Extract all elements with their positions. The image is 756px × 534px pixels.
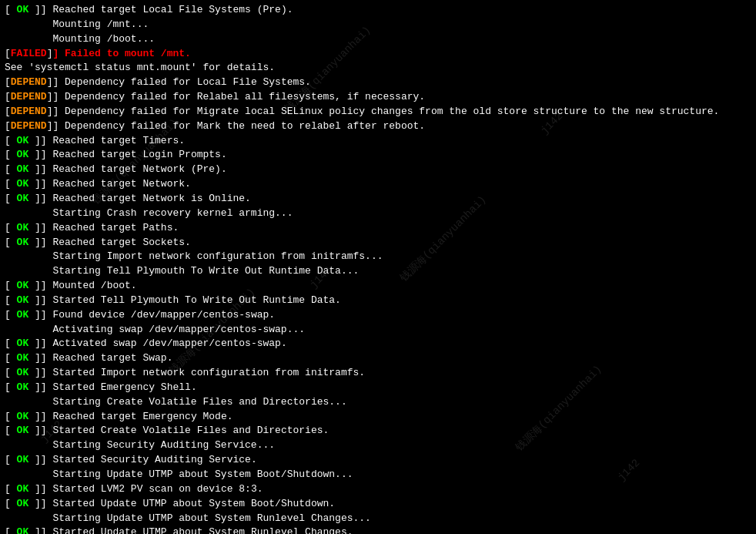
- bracket-close: ]: [35, 163, 41, 175]
- depend-status: DEPEND: [11, 91, 47, 102]
- line-text: Starting Update UTMP about System Runlev…: [5, 512, 371, 524]
- terminal-line: [ OK ]] Started Update UTMP about System…: [5, 497, 751, 512]
- depend-status: DEPEND: [11, 106, 47, 117]
- terminal-line: [DEPEND]] Dependency failed for Migrate …: [5, 105, 751, 119]
- bracket-open: [: [5, 178, 11, 190]
- line-text: Starting Crash recovery kernel arming...: [5, 207, 293, 219]
- bracket-close: ]: [35, 381, 41, 393]
- line-text: ] Dependency failed for Mark the need to…: [52, 120, 425, 132]
- terminal-line: Activating swap /dev/mapper/centos-swap.…: [5, 323, 751, 338]
- depend-status: DEPEND: [11, 120, 47, 132]
- terminal-container: [ OK ]] Reached target Local File System…: [5, 3, 751, 534]
- terminal-line: [DEPEND]] Dependency failed for Relabel …: [5, 90, 751, 105]
- terminal-line: [ OK ]] Reached target Sockets.: [5, 236, 751, 250]
- line-text: ] Started Emergency Shell.: [41, 381, 197, 393]
- line-text: ] Started Update UTMP about System Runle…: [41, 526, 353, 534]
- terminal-line: [ OK ]] Reached target Emergency Mode.: [5, 410, 751, 425]
- line-text: Mounting /mnt...: [5, 18, 149, 30]
- bracket-close: ]: [35, 149, 41, 160]
- depend-status: DEPEND: [11, 76, 47, 88]
- bracket-close: ]: [35, 222, 41, 233]
- line-text: ] Started Security Auditing Service.: [41, 454, 257, 465]
- terminal-line: [ OK ]] Reached target Paths.: [5, 221, 751, 236]
- bracket-open: [: [5, 149, 11, 160]
- bracket-open: [: [5, 411, 11, 422]
- terminal-line: [ OK ]] Started Security Auditing Servic…: [5, 453, 751, 468]
- line-text: ] Reached target Login Prompts.: [41, 149, 227, 160]
- ok-status: OK: [11, 454, 35, 465]
- bracket-close: ]: [35, 352, 41, 364]
- terminal-line: See 'systemctl status mnt.mount' for det…: [5, 61, 751, 76]
- terminal-line: [ OK ]] Started Emergency Shell.: [5, 381, 751, 395]
- ok-status: OK: [11, 367, 35, 378]
- terminal-line: [ OK ]] Started Create Volatile Files an…: [5, 424, 751, 438]
- line-text: Starting Security Auditing Service...: [5, 439, 275, 451]
- line-text: ] Reached target Timers.: [41, 135, 185, 146]
- line-text: Starting Tell Plymouth To Write Out Runt…: [5, 265, 359, 277]
- bracket-open: [: [5, 91, 11, 102]
- terminal-line: Starting Import network configuration fr…: [5, 250, 751, 264]
- line-text: ] Reached target Local File Systems (Pre…: [41, 4, 293, 15]
- ok-status: OK: [11, 526, 35, 534]
- line-text: ] Found device /dev/mapper/centos-swap.: [41, 309, 275, 321]
- line-text: ] Started LVM2 PV scan on device 8:3.: [41, 483, 263, 495]
- ok-status: OK: [11, 280, 35, 291]
- bracket-close: ]: [35, 309, 41, 321]
- terminal-line: [ OK ]] Reached target Login Prompts.: [5, 148, 751, 163]
- ok-status: OK: [11, 425, 35, 436]
- line-text: ] Reached target Network (Pre).: [41, 163, 227, 175]
- bracket-open: [: [5, 498, 11, 509]
- bracket-close: ]: [35, 237, 41, 248]
- failed-status: FAILED: [11, 48, 47, 59]
- line-text: ] Dependency failed for Local File Syste…: [52, 76, 310, 88]
- terminal-line: Starting Crash recovery kernel arming...: [5, 207, 751, 221]
- terminal-line: Mounting /mnt...: [5, 18, 751, 32]
- line-text: ] Reached target Network is Online.: [41, 193, 251, 204]
- ok-status: OK: [11, 498, 35, 509]
- line-text: ] Mounted /boot.: [41, 280, 137, 291]
- line-text: ] Started Update UTMP about System Boot/…: [41, 498, 335, 509]
- line-text: ] Activated swap /dev/mapper/centos-swap…: [41, 338, 287, 349]
- bracket-open: [: [5, 106, 11, 117]
- terminal-line: [ OK ]] Started Import network configura…: [5, 366, 751, 381]
- ok-status: OK: [11, 352, 35, 364]
- terminal-line: [ OK ]] Activated swap /dev/mapper/cento…: [5, 337, 751, 351]
- bracket-open: [: [5, 48, 11, 59]
- terminal-line: Starting Update UTMP about System Boot/S…: [5, 468, 751, 482]
- ok-status: OK: [11, 294, 35, 306]
- ok-status: OK: [11, 381, 35, 393]
- ok-status: OK: [11, 237, 35, 248]
- ok-status: OK: [11, 309, 35, 321]
- terminal-line: [ OK ]] Reached target Local File System…: [5, 3, 751, 18]
- bracket-close: ]: [35, 425, 41, 436]
- line-text: ] Dependency failed for Migrate local SE…: [52, 106, 719, 117]
- bracket-open: [: [5, 163, 11, 175]
- ok-status: OK: [11, 193, 35, 204]
- line-text: Starting Import network configuration fr…: [5, 250, 383, 262]
- ok-status: OK: [11, 135, 35, 146]
- ok-status: OK: [11, 163, 35, 175]
- bracket-open: [: [5, 309, 11, 321]
- ok-status: OK: [11, 4, 35, 15]
- bracket-close: ]: [35, 526, 41, 534]
- terminal-line: [ OK ]] Started Tell Plymouth To Write O…: [5, 294, 751, 308]
- line-text: ] Reached target Paths.: [41, 222, 179, 233]
- terminal-line: Starting Tell Plymouth To Write Out Runt…: [5, 264, 751, 279]
- terminal-line: [ OK ]] Reached target Network is Online…: [5, 192, 751, 207]
- bracket-close: ]: [35, 280, 41, 291]
- bracket-open: [: [5, 222, 11, 233]
- ok-status: OK: [11, 411, 35, 422]
- line-text: ] Reached target Emergency Mode.: [41, 411, 233, 422]
- line-text: ] Started Tell Plymouth To Write Out Run…: [41, 294, 341, 306]
- bracket-open: [: [5, 367, 11, 378]
- line-text: Starting Update UTMP about System Boot/S…: [5, 469, 353, 480]
- bracket-open: [: [5, 338, 11, 349]
- bracket-open: [: [5, 352, 11, 364]
- bracket-open: [: [5, 237, 11, 248]
- ok-status: OK: [11, 483, 35, 495]
- terminal-line: Starting Security Auditing Service...: [5, 438, 751, 453]
- ok-status: OK: [11, 338, 35, 349]
- bracket-open: [: [5, 76, 11, 88]
- ok-status: OK: [11, 178, 35, 190]
- ok-status: OK: [11, 222, 35, 233]
